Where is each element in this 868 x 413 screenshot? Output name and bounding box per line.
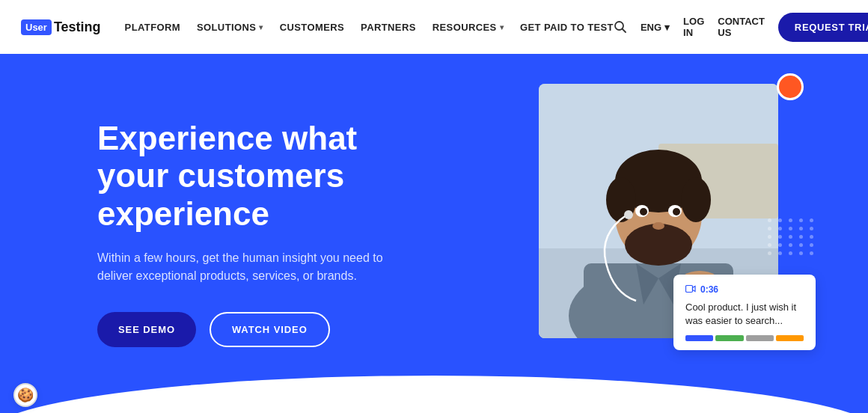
svg-point-17 xyxy=(652,222,664,230)
feedback-timestamp: 0:36 xyxy=(700,284,718,295)
cookie-icon[interactable]: 🍪 xyxy=(13,383,37,407)
watch-video-button[interactable]: WATCH VIDEO xyxy=(210,312,330,347)
decorative-dot xyxy=(810,235,813,239)
decorative-dot xyxy=(778,251,782,255)
nav-right: ENG ▾ LOG IN CONTACT US REQUEST TRIAL xyxy=(614,13,868,42)
nav-item-get-paid[interactable]: GET PAID TO TEST xyxy=(520,22,614,33)
decorative-dot xyxy=(789,218,792,222)
decorative-dot xyxy=(799,251,803,255)
nav-item-resources[interactable]: RESOURCES ▾ xyxy=(433,22,504,33)
bar-green xyxy=(715,335,743,341)
search-icon xyxy=(614,20,627,34)
record-indicator xyxy=(777,73,804,100)
svg-point-18 xyxy=(624,210,633,219)
svg-point-15 xyxy=(640,208,647,215)
feedback-header: 0:36 xyxy=(685,284,804,296)
chevron-down-icon: ▾ xyxy=(259,23,263,31)
decorative-dot xyxy=(778,218,782,222)
cookie-area[interactable]: 🍪 xyxy=(13,383,37,407)
nav-item-solutions[interactable]: SOLUTIONS ▾ xyxy=(197,22,263,33)
feedback-quote: Cool product. I just wish it was easier … xyxy=(685,301,804,328)
decorative-dot xyxy=(799,218,803,222)
see-demo-button[interactable]: SEE DEMO xyxy=(97,312,196,347)
language-selector[interactable]: ENG ▾ xyxy=(641,22,670,33)
decorative-dot xyxy=(810,227,813,230)
decorative-dot xyxy=(768,235,771,239)
nav-item-partners[interactable]: PARTNERS xyxy=(361,22,416,33)
decorative-dot xyxy=(768,251,771,255)
logo-testing: Testing xyxy=(54,19,101,35)
decorative-dot xyxy=(799,243,803,247)
nav-item-platform[interactable]: PLATFORM xyxy=(125,22,180,33)
nav-item-customers[interactable]: CUSTOMERS xyxy=(280,22,344,33)
decorative-dot xyxy=(810,243,813,247)
decorative-dot xyxy=(778,227,782,230)
bar-orange xyxy=(776,335,804,341)
bar-grey xyxy=(746,335,774,341)
search-button[interactable] xyxy=(614,20,627,34)
nav-links: PLATFORM SOLUTIONS ▾ CUSTOMERS PARTNERS … xyxy=(125,22,614,33)
logo-user: User xyxy=(21,19,52,35)
hero-subtitle: Within a few hours, get the human insigh… xyxy=(97,249,389,285)
logo[interactable]: User Testing xyxy=(21,19,101,35)
decorative-dot xyxy=(789,227,792,230)
hero-title: Experience what your customers experienc… xyxy=(97,120,419,233)
decorative-dot xyxy=(778,243,782,247)
svg-point-16 xyxy=(673,208,680,215)
decorative-dot xyxy=(789,251,792,255)
hero-buttons: SEE DEMO WATCH VIDEO xyxy=(97,312,419,347)
decorative-dot xyxy=(768,218,771,222)
svg-point-11 xyxy=(681,177,711,222)
dots-pattern xyxy=(768,218,816,255)
hero-section: Experience what your customers experienc… xyxy=(0,54,868,413)
request-trial-button[interactable]: REQUEST TRIAL xyxy=(778,13,868,42)
decorative-dot xyxy=(810,218,813,222)
hero-content: Experience what your customers experienc… xyxy=(0,120,419,348)
hero-image-area: 0:36 Cool product. I just wish it was ea… xyxy=(539,84,793,361)
decorative-dot xyxy=(799,235,803,239)
video-icon xyxy=(685,284,696,296)
navbar: User Testing PLATFORM SOLUTIONS ▾ CUSTOM… xyxy=(0,0,868,54)
decorative-dot xyxy=(810,251,813,255)
feedback-card: 0:36 Cool product. I just wish it was ea… xyxy=(673,275,816,350)
decorative-dot xyxy=(768,243,771,247)
chevron-down-icon: ▾ xyxy=(664,22,670,33)
decorative-dot xyxy=(778,235,782,239)
decorative-dot xyxy=(799,227,803,230)
decorative-dot xyxy=(789,235,792,239)
svg-point-12 xyxy=(625,224,692,266)
chevron-down-icon: ▾ xyxy=(500,23,504,31)
login-link[interactable]: LOG IN xyxy=(683,16,704,38)
bar-blue xyxy=(685,335,713,341)
contact-link[interactable]: CONTACT US xyxy=(718,16,765,38)
svg-rect-22 xyxy=(686,285,693,292)
svg-line-1 xyxy=(622,29,626,33)
decorative-dot xyxy=(789,243,792,247)
color-bars xyxy=(685,335,804,341)
decorative-dot xyxy=(768,227,771,230)
